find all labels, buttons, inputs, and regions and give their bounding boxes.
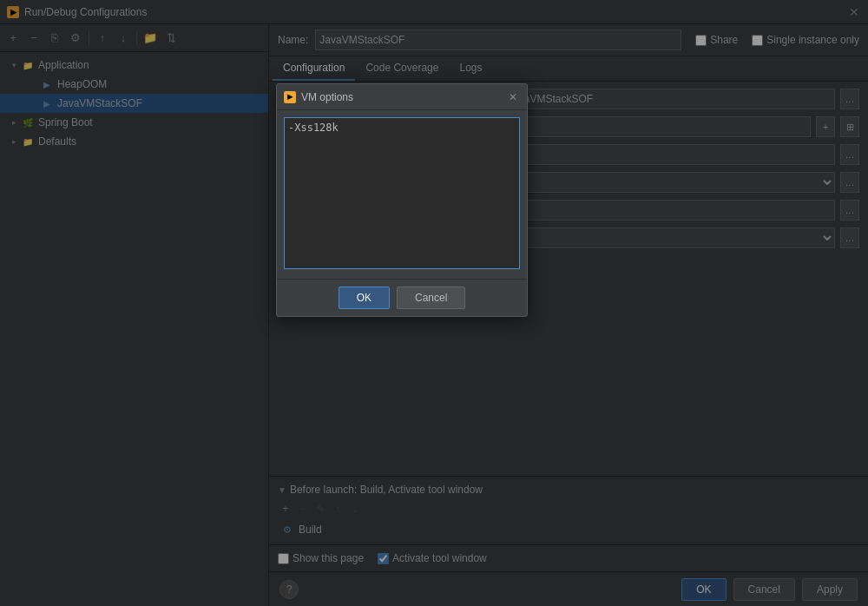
- vm-options-modal: ▶ VM options ✕ -Xss128k OK Cancel: [276, 83, 528, 317]
- modal-titlebar: ▶ VM options ✕: [277, 84, 527, 110]
- modal-body: -Xss128k: [277, 110, 527, 279]
- modal-icon: ▶: [284, 91, 296, 103]
- modal-footer: OK Cancel: [277, 279, 527, 316]
- modal-close-button[interactable]: ✕: [506, 90, 520, 104]
- modal-cancel-button[interactable]: Cancel: [397, 287, 465, 309]
- modal-ok-button[interactable]: OK: [339, 287, 390, 309]
- modal-textarea[interactable]: -Xss128k: [284, 117, 520, 269]
- modal-overlay: ▶ VM options ✕ -Xss128k OK Cancel: [0, 0, 868, 606]
- modal-title: VM options: [301, 91, 506, 103]
